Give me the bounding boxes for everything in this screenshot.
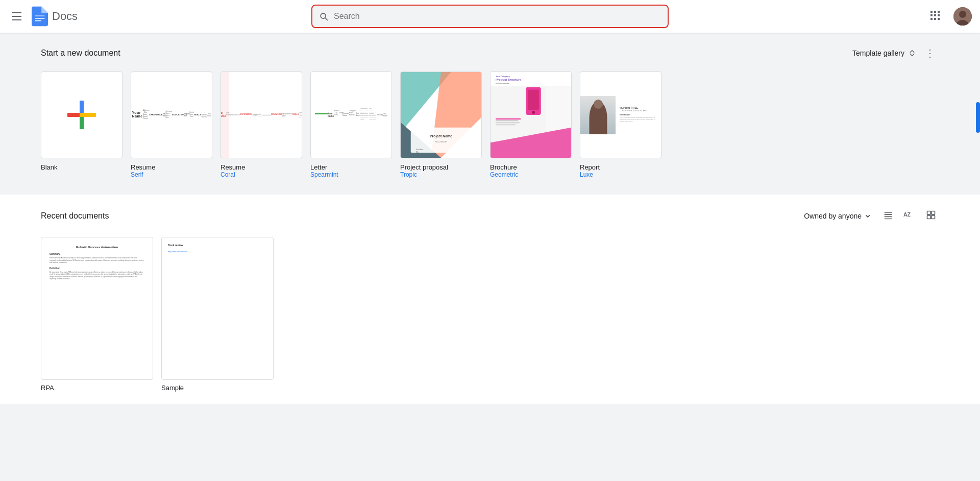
svg-rect-44 — [496, 121, 518, 121]
recent-docs-grid: Robotic Process Automation Summary Robot… — [41, 237, 939, 392]
svg-text:AZ: AZ — [903, 211, 911, 218]
resume-serif-label: Resume — [131, 163, 212, 171]
hamburger-menu-button[interactable] — [8, 8, 26, 25]
svg-rect-23 — [67, 113, 80, 117]
rpa-text2: By automating these tasks, RPA can help … — [50, 271, 144, 280]
project-proposal-thumbnail: Project Name FOLLOW-UP Your Name Title — [400, 71, 482, 158]
sort-az-button[interactable]: AZ — [900, 207, 919, 225]
template-letter-spearmint[interactable]: Your Name Address · City · Phone Date Re… — [310, 71, 392, 178]
resume-coral-label: Resume — [220, 163, 302, 171]
blank-thumbnail — [41, 71, 122, 158]
avatar[interactable] — [953, 7, 972, 26]
new-doc-header: Start a new document Template gallery ⋮ — [41, 45, 939, 61]
svg-text:Product Overview: Product Overview — [496, 83, 510, 85]
recent-header: Recent documents Owned by anyone — [41, 207, 939, 225]
recent-controls: Owned by anyone — [804, 207, 939, 225]
svg-rect-43 — [496, 118, 521, 119]
svg-rect-7 — [934, 14, 936, 16]
svg-rect-9 — [930, 18, 933, 20]
svg-rect-45 — [496, 123, 520, 123]
template-resume-coral[interactable]: Full Name Title · email@example.com EXPE… — [220, 71, 302, 178]
brochure-geometric-label: Brochure — [490, 163, 572, 171]
svg-rect-40 — [528, 90, 539, 110]
search-box[interactable] — [311, 5, 669, 28]
svg-rect-51 — [885, 219, 892, 220]
rpa-doc-title: RPA — [41, 384, 153, 392]
list-view-icon — [883, 210, 893, 220]
svg-rect-22 — [80, 117, 84, 129]
svg-rect-8 — [938, 14, 940, 16]
new-doc-title: Start a new document — [41, 49, 120, 58]
new-document-section: Start a new document Template gallery ⋮ — [0, 33, 980, 195]
sort-az-icon: AZ — [903, 210, 916, 220]
letter-spearmint-thumbnail: Your Name Address · City · Phone Date Re… — [310, 71, 392, 158]
svg-rect-4 — [934, 11, 936, 13]
letter-spearmint-label: Letter — [310, 163, 392, 171]
svg-rect-54 — [932, 211, 935, 215]
svg-text:Title: Title — [416, 151, 419, 153]
svg-rect-48 — [885, 212, 892, 213]
svg-point-41 — [532, 111, 535, 114]
svg-rect-21 — [80, 101, 84, 113]
owned-by-dropdown[interactable]: Owned by anyone — [804, 212, 872, 220]
svg-rect-56 — [932, 215, 935, 219]
svg-rect-50 — [885, 217, 892, 218]
brochure-geometric-thumbnail: Your Company Product Brochure Product Ov… — [490, 71, 572, 158]
rpa-thumbnail: Robotic Process Automation Summary Robot… — [41, 237, 153, 380]
doc-card-sample[interactable]: Book review http://the-human.com Sample — [161, 237, 274, 392]
report-luxe-thumbnail: REPORT TITLE LOREM IPSUM DOLOR SIT AMET … — [580, 71, 662, 158]
svg-text:FOLLOW-UP: FOLLOW-UP — [435, 140, 447, 143]
main-content: Start a new document Template gallery ⋮ — [0, 33, 980, 404]
svg-rect-49 — [885, 214, 892, 215]
rpa-content-title: Robotic Process Automation — [50, 246, 144, 249]
svg-rect-42 — [546, 86, 571, 132]
svg-rect-2 — [35, 20, 41, 21]
list-view-button[interactable] — [880, 207, 896, 225]
scrollbar[interactable] — [976, 102, 980, 133]
resume-coral-thumbnail: Full Name Title · email@example.com EXPE… — [220, 71, 302, 158]
rpa-text1: Robotic Process Automation (RPA) is a te… — [50, 257, 144, 264]
template-blank[interactable]: Blank — [41, 71, 122, 178]
header-right — [870, 5, 972, 28]
report-luxe-label: Report — [580, 163, 662, 171]
sample-thumbnail: Book review http://the-human.com — [161, 237, 274, 380]
sample-link: http://the-human.com — [168, 250, 267, 253]
app-logo: Docs — [32, 6, 78, 27]
more-options-button[interactable]: ⋮ — [921, 45, 939, 61]
svg-text:Product Brochure: Product Brochure — [496, 78, 522, 81]
template-gallery-button[interactable]: Template gallery — [852, 49, 917, 58]
template-report-luxe[interactable]: REPORT TITLE LOREM IPSUM DOLOR SIT AMET … — [580, 71, 662, 178]
doc-card-rpa[interactable]: Robotic Process Automation Summary Robot… — [41, 237, 153, 392]
colorful-plus — [67, 101, 96, 129]
app-name-label: Docs — [52, 10, 78, 23]
svg-rect-3 — [930, 11, 933, 13]
dropdown-arrow-icon — [864, 212, 872, 220]
search-input[interactable] — [334, 12, 662, 21]
rpa-section2: Definition — [50, 267, 144, 270]
search-area — [110, 5, 870, 28]
template-resume-serif[interactable]: Your Name Address · City, State · Email … — [131, 71, 212, 178]
svg-rect-11 — [938, 18, 940, 20]
svg-rect-46 — [496, 125, 516, 125]
resume-serif-sub: Serif — [131, 171, 212, 178]
owned-by-label: Owned by anyone — [804, 212, 862, 220]
brochure-geometric-sub: Geometric — [490, 171, 572, 178]
resume-serif-thumbnail: Your Name Address · City, State · Email … — [131, 71, 212, 158]
svg-rect-10 — [934, 18, 936, 20]
app-header: Docs — [0, 0, 980, 33]
rpa-section1: Summary — [50, 253, 144, 255]
svg-rect-1 — [35, 18, 44, 19]
template-project-proposal[interactable]: Project Name FOLLOW-UP Your Name Title P… — [400, 71, 482, 178]
chevron-updown-icon — [908, 49, 917, 58]
grid-view-button[interactable] — [923, 207, 939, 225]
template-gallery-label: Template gallery — [852, 49, 904, 57]
template-brochure-geometric[interactable]: Your Company Product Brochure Product Ov… — [490, 71, 572, 178]
header-left: Docs — [8, 6, 110, 27]
recent-documents-section: Recent documents Owned by anyone — [0, 195, 980, 404]
proposal-graphic: Project Name FOLLOW-UP Your Name Title — [401, 71, 481, 158]
svg-rect-6 — [930, 14, 933, 16]
template-blank-label: Blank — [41, 163, 122, 171]
project-proposal-label: Project proposal — [400, 163, 482, 171]
svg-text:Your Name: Your Name — [416, 149, 424, 151]
apps-grid-icon[interactable] — [925, 5, 945, 28]
